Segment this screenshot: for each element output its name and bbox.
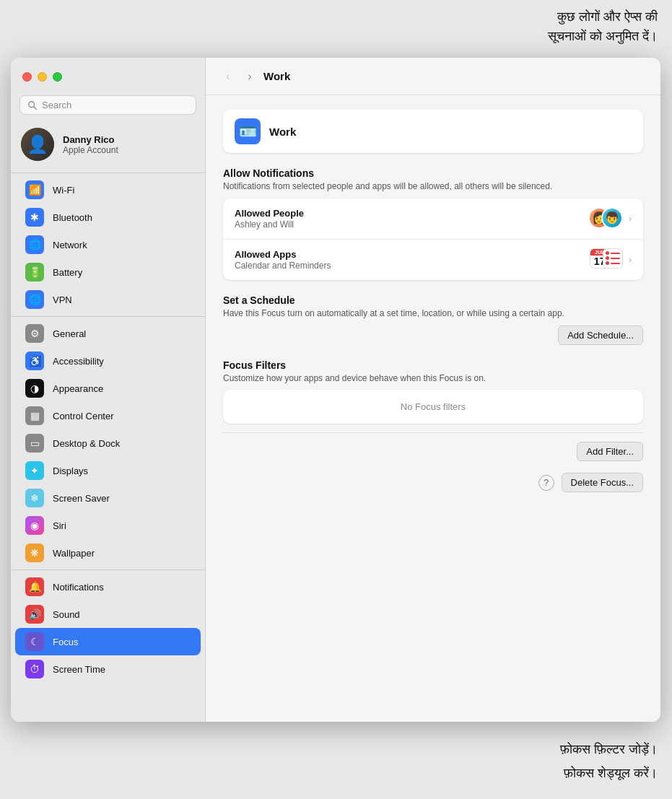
annotation-line2: फ़ोकस शेड्यूल करें। <box>560 761 658 785</box>
siri-label: Siri <box>53 520 66 531</box>
desktop-label: Desktop & Dock <box>53 438 120 449</box>
sidebar-item-controlcenter[interactable]: ▦Control Center <box>15 402 201 429</box>
appearance-label: Appearance <box>53 383 103 394</box>
allowed-apps-subtitle: Calendar and Reminders <box>235 261 587 271</box>
app-icons-stack: JUL 17 <box>587 248 623 271</box>
close-button[interactable] <box>22 72 32 82</box>
set-schedule-section: Set a Schedule Have this Focus turn on a… <box>223 294 643 345</box>
sidebar-item-wallpaper[interactable]: ❋Wallpaper <box>15 539 201 567</box>
sidebar-divider-1 <box>11 173 205 173</box>
controlcenter-label: Control Center <box>53 411 114 422</box>
maximize-button[interactable] <box>53 72 62 82</box>
sound-icon: 🔊 <box>25 605 44 624</box>
focus-icon-large: 🪪 <box>235 118 261 144</box>
sound-label: Sound <box>53 609 80 620</box>
no-filters-card: No Focus filters <box>223 390 643 424</box>
controlcenter-icon: ▦ <box>25 406 44 425</box>
no-filters-label: No Focus filters <box>401 401 466 412</box>
screensaver-icon: ❄ <box>25 489 44 507</box>
focus-header-card: 🪪 Work <box>223 110 643 153</box>
main-content: ‹ › Work 🪪 Work Allow Notifications Noti… <box>206 58 660 722</box>
battery-label: Battery <box>53 267 82 278</box>
sidebar-item-wifi[interactable]: 📶Wi-Fi <box>15 176 201 204</box>
sidebar-item-screensaver[interactable]: ❄Screen Saver <box>15 484 201 512</box>
sidebar-item-desktop[interactable]: ▭Desktop & Dock <box>15 429 201 457</box>
filter-divider <box>223 432 643 433</box>
sidebar-item-appearance[interactable]: ◑Appearance <box>15 375 201 402</box>
svg-line-1 <box>34 106 37 109</box>
main-titlebar: ‹ › Work <box>206 58 660 95</box>
focus-filters-section: Focus Filters Customize how your apps an… <box>223 359 643 493</box>
sidebar-item-sound[interactable]: 🔊Sound <box>15 601 201 628</box>
allowed-people-row[interactable]: Allowed People Ashley and Will 👩 👦 › <box>223 198 643 240</box>
battery-icon: 🔋 <box>25 263 44 281</box>
nav-forward-button[interactable]: › <box>242 69 258 84</box>
accessibility-label: Accessibility <box>53 356 104 367</box>
focus-filters-header: Focus Filters Customize how your apps an… <box>223 359 643 385</box>
focus-label: Focus <box>53 637 78 647</box>
user-subtitle: Apple Account <box>63 145 118 155</box>
sidebar: Search 👤 Danny Rico Apple Account 📶Wi-Fi… <box>11 58 206 722</box>
person-avatar-2: 👦 <box>601 207 623 229</box>
wallpaper-icon: ❋ <box>25 543 44 562</box>
avatar: 👤 <box>21 128 54 161</box>
help-button[interactable]: ? <box>538 475 554 491</box>
delete-focus-button[interactable]: Delete Focus... <box>562 473 643 492</box>
nav-back-button[interactable]: ‹ <box>220 69 236 84</box>
annotation-line1: फ़ोकस फ़िल्टर जोड़ें। <box>560 738 658 761</box>
allowed-people-subtitle: Ashley and Will <box>235 219 587 230</box>
search-box[interactable]: Search <box>19 95 196 115</box>
wifi-icon: 📶 <box>25 180 44 199</box>
allowed-people-title: Allowed People <box>235 208 587 219</box>
sidebar-item-displays[interactable]: ✦Displays <box>15 457 201 484</box>
sidebar-item-focus[interactable]: ☾Focus <box>15 628 201 655</box>
wallpaper-label: Wallpaper <box>53 548 95 559</box>
accessibility-icon: ♿ <box>25 352 44 370</box>
sidebar-item-network[interactable]: 🌐Network <box>15 231 201 258</box>
main-scroll-area[interactable]: 🪪 Work Allow Notifications Notifications… <box>206 95 660 722</box>
minimize-button[interactable] <box>38 72 47 82</box>
allowed-apps-row[interactable]: Allowed Apps Calendar and Reminders JUL … <box>223 240 643 280</box>
screentime-label: Screen Time <box>53 664 105 675</box>
focus-icon: ☾ <box>25 632 44 651</box>
user-info: Danny Rico Apple Account <box>63 134 118 155</box>
sidebar-item-bluetooth[interactable]: ✱Bluetooth <box>15 204 201 231</box>
allowed-apps-title: Allowed Apps <box>235 249 587 260</box>
sidebar-titlebar <box>11 58 205 95</box>
screentime-icon: ⏱ <box>25 660 44 678</box>
people-avatars: 👩 👦 <box>587 207 623 230</box>
add-schedule-button[interactable]: Add Schedule... <box>558 326 643 345</box>
general-label: General <box>53 328 86 339</box>
sidebar-divider-3 <box>11 569 205 570</box>
sidebar-item-vpn[interactable]: 🌐VPN <box>15 286 201 313</box>
sidebar-item-battery[interactable]: 🔋Battery <box>15 258 201 286</box>
bluetooth-label: Bluetooth <box>53 212 92 223</box>
vpn-icon: 🌐 <box>25 290 44 309</box>
allowed-items-card: Allowed People Ashley and Will 👩 👦 › <box>223 198 643 280</box>
sidebar-item-notifications[interactable]: 🔔Notifications <box>15 573 201 601</box>
sidebar-items-container: 📶Wi-Fi✱Bluetooth🌐Network🔋Battery🌐VPN⚙Gen… <box>11 176 205 683</box>
bluetooth-icon: ✱ <box>25 208 44 227</box>
network-label: Network <box>53 240 87 250</box>
screensaver-label: Screen Saver <box>53 493 110 504</box>
search-icon <box>27 100 38 110</box>
annotation-bottom-right: फ़ोकस फ़िल्टर जोड़ें। फ़ोकस शेड्यूल करें… <box>560 738 658 785</box>
settings-window: Search 👤 Danny Rico Apple Account 📶Wi-Fi… <box>11 58 660 722</box>
sidebar-item-siri[interactable]: ◉Siri <box>15 512 201 539</box>
allow-notifications-subtitle: Notifications from selected people and a… <box>223 180 643 193</box>
add-filter-button[interactable]: Add Filter... <box>577 442 643 461</box>
user-profile[interactable]: 👤 Danny Rico Apple Account <box>11 122 205 170</box>
sidebar-item-general[interactable]: ⚙General <box>15 320 201 347</box>
sidebar-divider-2 <box>11 316 205 317</box>
reminders-icon <box>603 248 623 268</box>
sidebar-item-screentime[interactable]: ⏱Screen Time <box>15 655 201 683</box>
annotation-top-right: कुछ लोगों और ऐप्स की सूचनाओं को अनुमित द… <box>548 7 658 46</box>
siri-icon: ◉ <box>25 516 44 535</box>
sidebar-item-accessibility[interactable]: ♿Accessibility <box>15 347 201 375</box>
chevron-icon-apps: › <box>629 254 632 265</box>
notifications-icon: 🔔 <box>25 577 44 596</box>
general-icon: ⚙ <box>25 324 44 343</box>
desktop-icon: ▭ <box>25 434 44 453</box>
main-section-title: Work <box>263 70 290 82</box>
chevron-icon: › <box>629 213 632 224</box>
